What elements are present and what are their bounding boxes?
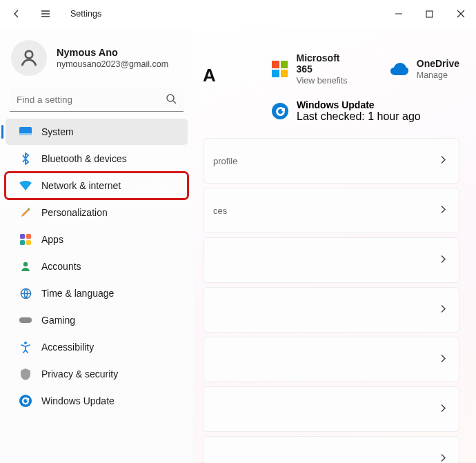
- wifi-icon: [19, 179, 32, 192]
- titlebar: Settings: [0, 0, 476, 28]
- promo-microsoft-365[interactable]: Microsoft 365 View benefits: [272, 52, 357, 86]
- sidebar-item-label: Time & language: [41, 288, 114, 299]
- avatar: [11, 40, 47, 76]
- svg-rect-5: [20, 234, 25, 239]
- globe-clock-icon: [19, 287, 32, 299]
- sidebar-item-label: Accessibility: [41, 342, 94, 353]
- promo-title: Microsoft 365: [296, 52, 357, 75]
- profile-email: nymousano2023@gmail.com: [57, 59, 168, 69]
- svg-point-12: [24, 342, 27, 344]
- settings-card[interactable]: [203, 287, 459, 333]
- shield-icon: [19, 368, 32, 380]
- chevron-right-icon: [439, 304, 446, 316]
- profile-block[interactable]: Nymous Ano nymousano2023@gmail.com: [0, 32, 193, 87]
- maximize-button[interactable]: [414, 0, 445, 28]
- sidebar-item-personalization[interactable]: Personalization: [6, 199, 188, 226]
- update-title: Windows Update: [297, 99, 421, 110]
- sidebar-item-label: Apps: [41, 234, 63, 245]
- sidebar-item-privacy[interactable]: Privacy & security: [6, 361, 188, 387]
- chevron-right-icon: [439, 205, 446, 217]
- sidebar-item-bluetooth[interactable]: Bluetooth & devices: [6, 146, 188, 172]
- sidebar-item-label: Personalization: [41, 207, 108, 218]
- sidebar-item-label: Bluetooth & devices: [41, 153, 127, 164]
- sidebar: Nymous Ano nymousano2023@gmail.com Syste…: [0, 28, 193, 463]
- svg-point-1: [26, 51, 33, 59]
- sidebar-item-label: Windows Update: [41, 395, 115, 406]
- close-button[interactable]: [445, 0, 476, 28]
- svg-rect-6: [26, 234, 31, 239]
- sidebar-item-label: Accounts: [41, 261, 81, 272]
- minimize-button[interactable]: [383, 0, 414, 28]
- update-icon: [272, 103, 288, 119]
- promo-onedrive[interactable]: OneDrive Manage: [390, 52, 459, 86]
- chevron-right-icon: [439, 155, 446, 167]
- sidebar-item-gaming[interactable]: Gaming: [6, 307, 188, 333]
- sidebar-item-accessibility[interactable]: Accessibility: [6, 334, 188, 360]
- nav: System Bluetooth & devices Network & int…: [0, 119, 193, 414]
- promo-title: OneDrive: [417, 58, 459, 69]
- paintbrush-icon: [19, 206, 32, 219]
- search-box: [10, 88, 184, 112]
- promo-subtitle: Manage: [417, 70, 459, 80]
- sidebar-item-label: System: [41, 126, 74, 137]
- svg-rect-11: [19, 317, 32, 323]
- search-input[interactable]: [10, 88, 184, 112]
- sidebar-item-time-language[interactable]: Time & language: [6, 280, 188, 306]
- sidebar-item-windows-update[interactable]: Windows Update: [6, 388, 188, 414]
- apps-icon: [19, 233, 32, 246]
- chevron-right-icon: [439, 404, 446, 415]
- bluetooth-icon: [19, 152, 32, 165]
- sidebar-item-label: Gaming: [41, 315, 75, 326]
- update-icon: [19, 395, 32, 407]
- settings-card[interactable]: ces: [203, 188, 459, 233]
- sidebar-item-network[interactable]: Network & internet: [6, 173, 188, 199]
- settings-card[interactable]: [203, 436, 459, 463]
- card-text-fragment: profile: [213, 156, 237, 166]
- accessibility-icon: [19, 341, 32, 353]
- chevron-right-icon: [439, 453, 446, 464]
- settings-card[interactable]: [203, 386, 459, 432]
- sidebar-item-system[interactable]: System: [6, 119, 188, 145]
- settings-card[interactable]: profile: [203, 138, 459, 184]
- promo-row: Microsoft 365 View benefits OneDrive Man…: [272, 52, 459, 86]
- microsoft-logo-icon: [272, 61, 288, 77]
- onedrive-icon: [390, 63, 408, 75]
- svg-rect-8: [26, 240, 31, 245]
- chevron-right-icon: [439, 354, 446, 366]
- sidebar-item-accounts[interactable]: Accounts: [6, 253, 188, 279]
- card-text-fragment: ces: [213, 206, 227, 216]
- settings-cards: profile ces: [203, 138, 459, 463]
- sidebar-item-apps[interactable]: Apps: [6, 226, 188, 253]
- settings-card[interactable]: [203, 237, 459, 283]
- settings-card[interactable]: [203, 337, 459, 382]
- window-title: Settings: [70, 9, 101, 19]
- sidebar-item-label: Network & internet: [41, 180, 121, 191]
- page-heading-fragment: A: [203, 65, 217, 86]
- search-icon: [166, 93, 177, 107]
- svg-rect-7: [20, 240, 25, 245]
- chevron-right-icon: [439, 255, 446, 266]
- svg-rect-0: [426, 11, 433, 17]
- gamepad-icon: [19, 314, 32, 326]
- back-button[interactable]: [3, 0, 30, 28]
- svg-rect-4: [19, 133, 32, 135]
- svg-point-9: [23, 262, 28, 266]
- nav-menu-button[interactable]: [32, 0, 59, 28]
- update-subtitle: Last checked: 1 hour ago: [297, 110, 421, 123]
- sidebar-item-label: Privacy & security: [41, 368, 118, 380]
- main-content: A Microsoft 365 View benefits OneDrive M…: [193, 28, 476, 463]
- person-icon: [19, 260, 32, 273]
- profile-name: Nymous Ano: [57, 47, 168, 58]
- svg-point-2: [167, 95, 174, 101]
- promo-subtitle: View benefits: [296, 76, 357, 86]
- windows-update-status[interactable]: Windows Update Last checked: 1 hour ago: [272, 99, 459, 123]
- monitor-icon: [19, 126, 32, 138]
